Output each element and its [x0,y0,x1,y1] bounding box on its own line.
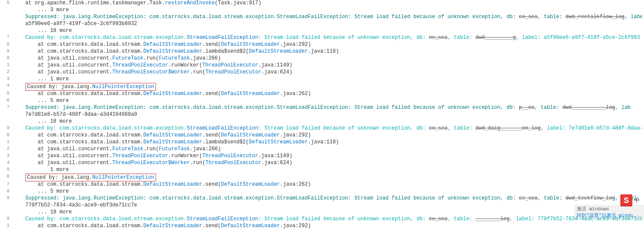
log-container: 5 at org.apache.flink.runtime.taskmanage… [0,0,644,241]
log-line-npe2: 6 Caused by: java.lang.NullPointerExcept… [0,174,644,181]
caused-by-npe-box-1: Caused by: java.lang.NullPointerExceptio… [25,83,156,91]
log-line-at2: 9 at com.starrocks.data.load.stream.Defa… [0,48,644,55]
log-line-at7: 0 at com.starrocks.data.load.stream.Defa… [0,132,644,139]
log-line-5more1: 6 ... 5 more [0,98,644,105]
log-line-at5: 2 at java.util.concurrent.ThreadPoolExec… [0,69,644,76]
log-line-18more3: ... 18 more [0,209,644,216]
log-line-causedbystreamload1: 7 Caused by: com.starrocks.data.load.str… [0,35,644,41]
log-line-at10: 3 at java.util.concurrent.ThreadPoolExec… [0,153,644,160]
log-line-label3: 770f7b52-7834-4a3c-ace9-ebf3de71cc7e [0,202,644,209]
watermark-text: 中 [634,197,640,204]
log-line-causedbystreamload3: 0 Caused by: com.starrocks.data.load.str… [0,216,644,223]
log-line-at1: 8 at com.starrocks.data.load.stream.Defa… [0,41,644,48]
log-line-1more1: 3 ... 1 more [0,76,644,83]
log-line-18more1: ... 18 more [0,28,644,35]
log-line-at3: 0 at java.util.concurrent.FutureTask.run… [0,55,644,62]
activate-line1: 激活 Windows [577,206,641,212]
log-line-npe1: 4 Caused by: java.lang.NullPointerExcept… [0,83,644,91]
log-line-at8: 1 at com.starrocks.data.load.stream.Defa… [0,139,644,146]
log-line-2: ... 3 more [0,7,644,14]
log-line-suppressed2: 7 Suppressed: java.lang.RuntimeException… [0,105,644,111]
log-line-5more2: 8 ... 5 more [0,188,644,195]
log-line-at13: 1 at com.starrocks.data.load.stream.Defa… [0,223,644,230]
log-line-1more2: 5 1 more [0,167,644,174]
log-line-at11: 4 at java.util.concurrent.ThreadPoolExec… [0,160,644,167]
log-line-label2: 7e7d81e8-b57d-488f-8daa-a3d4164988a9 [0,111,644,118]
log-line-suppressed1: Suppressed: java.lang.RuntimeException: … [0,14,644,21]
log-line-at6: 5 at com.starrocks.data.load.stream.Defa… [0,91,644,98]
log-line-1: 5 at org.apache.flink.runtime.taskmanage… [0,0,644,7]
link[interactable]: restoreAndInvoke [165,0,215,6]
log-line-at4: 1 at java.util.concurrent.ThreadPoolExec… [0,62,644,69]
activate-windows-notice: 激活 Windows 转到"设置"以激活 Windo... [574,205,644,219]
log-line-18more2: ... 18 more [0,118,644,125]
log-line-at9: 2 at java.util.concurrent.FutureTask.run… [0,146,644,153]
log-line-label1: a5f90ee6-a9f7-419f-a5ce-2c6f993b8932 [0,21,644,28]
caused-by-npe-box-2: Caused by: java.lang.NullPointerExceptio… [25,174,156,181]
log-line-at12: 7 at com.starrocks.data.load.stream.Defa… [0,181,644,188]
log-line-suppressed3: 9 Suppressed: java.lang.RuntimeException… [0,195,644,202]
activate-line2[interactable]: 转到"设置"以激活 Windo... [577,212,641,219]
log-line-causedbystreamload2: 9 Caused by: com.starrocks.data.load.str… [0,125,644,132]
